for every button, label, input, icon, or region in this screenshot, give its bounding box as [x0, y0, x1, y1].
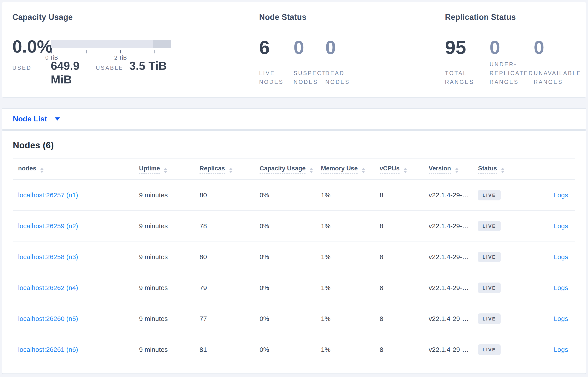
nodes-table: nodes Uptime Replicas Capacity Usage Mem…: [13, 158, 575, 365]
table-row: localhost:26258 (n3)9 minutes800%1%8v22.…: [13, 241, 575, 272]
node-cell: localhost:26261 (n6): [13, 334, 134, 365]
logs-cell: Logs: [518, 272, 575, 303]
version-cell: v22.1.4-29-g…: [423, 210, 473, 241]
column-header-vcpus[interactable]: vCPUs: [374, 158, 423, 179]
usable-value: 3.5 TiB: [129, 59, 167, 73]
vcpus-cell: 8: [374, 303, 423, 334]
sort-icon: [501, 168, 505, 173]
column-header-status[interactable]: Status: [473, 158, 518, 179]
capacity-axis-tick: [154, 50, 155, 53]
sort-icon: [362, 168, 365, 173]
capacity-cell: 0%: [254, 272, 316, 303]
nodes-table-heading: Nodes (6): [13, 140, 575, 151]
logs-cell: Logs: [518, 334, 575, 365]
total-ranges-count: 95: [445, 38, 490, 57]
column-header-version[interactable]: Version: [423, 158, 473, 179]
vcpus-cell: 8: [374, 241, 423, 272]
live-nodes-label: LIVE NODES: [259, 69, 294, 86]
logs-cell: Logs: [518, 179, 575, 210]
column-header-capacity-usage[interactable]: Capacity Usage: [254, 158, 316, 179]
memory-cell: 1%: [316, 241, 374, 272]
vcpus-cell: 8: [374, 210, 423, 241]
logs-link[interactable]: Logs: [554, 222, 568, 230]
node-link[interactable]: localhost:26258 (n3): [18, 253, 78, 260]
under-replicated-ranges-count: 0: [490, 38, 534, 57]
uptime-cell: 9 minutes: [134, 241, 194, 272]
table-row: localhost:26260 (n5)9 minutes770%1%8v22.…: [13, 303, 575, 334]
node-link[interactable]: localhost:26257 (n1): [18, 191, 78, 199]
table-header-row: nodes Uptime Replicas Capacity Usage Mem…: [13, 158, 575, 179]
logs-cell: Logs: [518, 303, 575, 334]
version-cell: v22.1.4-29-g…: [423, 334, 473, 365]
replicas-cell: 78: [194, 210, 254, 241]
node-cell: localhost:26257 (n1): [13, 179, 134, 210]
column-header-uptime[interactable]: Uptime: [134, 158, 194, 179]
table-row: localhost:26262 (n4)9 minutes790%1%8v22.…: [13, 272, 575, 303]
memory-cell: 1%: [316, 303, 374, 334]
under-replicated-ranges-label: UNDER-REPLICATED RANGES: [490, 60, 534, 86]
sort-icon: [310, 168, 313, 173]
column-header-logs: [518, 158, 575, 179]
version-cell: v22.1.4-29-g…: [423, 241, 473, 272]
node-list-dropdown-label[interactable]: Node List: [13, 115, 47, 123]
logs-link[interactable]: Logs: [554, 315, 568, 322]
node-cell: localhost:26260 (n5): [13, 303, 134, 334]
node-link[interactable]: localhost:26260 (n5): [18, 315, 78, 322]
status-badge: LIVE: [478, 344, 501, 355]
node-link[interactable]: localhost:26261 (n6): [18, 346, 78, 353]
uptime-cell: 9 minutes: [134, 303, 194, 334]
status-badge: LIVE: [478, 190, 501, 200]
uptime-cell: 9 minutes: [134, 210, 194, 241]
capacity-axis-tick: [120, 50, 121, 53]
sort-icon: [403, 168, 407, 173]
capacity-cell: 0%: [254, 241, 316, 272]
suspect-nodes-count: 0: [294, 38, 325, 57]
node-cell: localhost:26259 (n2): [13, 210, 134, 241]
dead-nodes-count: 0: [325, 38, 336, 57]
replication-status-section: Replication Status 95 0 0 TOTAL RANGES U…: [445, 2, 581, 97]
version-cell: v22.1.4-29-g…: [423, 303, 473, 334]
used-value: 649.9 MiB: [51, 59, 96, 86]
status-cell: LIVE: [473, 210, 518, 241]
status-badge: LIVE: [478, 251, 501, 262]
live-nodes-count: 6: [259, 38, 294, 57]
capacity-bar-track: [51, 40, 171, 48]
vcpus-cell: 8: [374, 179, 423, 210]
capacity-axis-tick: [86, 50, 86, 53]
status-badge: LIVE: [478, 221, 501, 231]
unavailable-ranges-count: 0: [534, 38, 544, 57]
logs-link[interactable]: Logs: [554, 284, 568, 291]
memory-cell: 1%: [316, 179, 374, 210]
uptime-cell: 9 minutes: [134, 179, 194, 210]
status-cell: LIVE: [473, 334, 518, 365]
node-link[interactable]: localhost:26259 (n2): [18, 222, 78, 230]
logs-link[interactable]: Logs: [554, 346, 568, 353]
memory-cell: 1%: [316, 272, 374, 303]
replicas-cell: 79: [194, 272, 254, 303]
usable-label: USABLE: [96, 64, 129, 72]
vcpus-cell: 8: [374, 272, 423, 303]
replication-status-title: Replication Status: [445, 13, 516, 22]
status-cell: LIVE: [473, 179, 518, 210]
column-header-replicas[interactable]: Replicas: [194, 158, 254, 179]
replicas-cell: 80: [194, 241, 254, 272]
logs-link[interactable]: Logs: [554, 191, 568, 199]
logs-cell: Logs: [518, 210, 575, 241]
replicas-cell: 80: [194, 179, 254, 210]
replicas-cell: 77: [194, 303, 254, 334]
column-header-nodes[interactable]: nodes: [13, 158, 134, 179]
replicas-cell: 81: [194, 334, 254, 365]
version-cell: v22.1.4-29-g…: [423, 179, 473, 210]
node-list-dropdown[interactable]: Node List: [2, 108, 586, 130]
capacity-usage-section: Capacity Usage 0.0% 0 TiB 2 TiB USED 6: [12, 2, 251, 97]
node-link[interactable]: localhost:26262 (n4): [18, 284, 78, 291]
column-header-memory-use[interactable]: Memory Use: [316, 158, 374, 179]
capacity-cell: 0%: [254, 210, 316, 241]
logs-link[interactable]: Logs: [554, 253, 568, 260]
chevron-down-icon: [55, 118, 60, 120]
capacity-cell: 0%: [254, 179, 316, 210]
status-badge: LIVE: [478, 313, 501, 324]
node-cell: localhost:26258 (n3): [13, 241, 134, 272]
cluster-overview-page: Capacity Usage 0.0% 0 TiB 2 TiB USED 6: [0, 0, 588, 377]
dead-nodes-label: DEAD NODES: [325, 69, 361, 86]
